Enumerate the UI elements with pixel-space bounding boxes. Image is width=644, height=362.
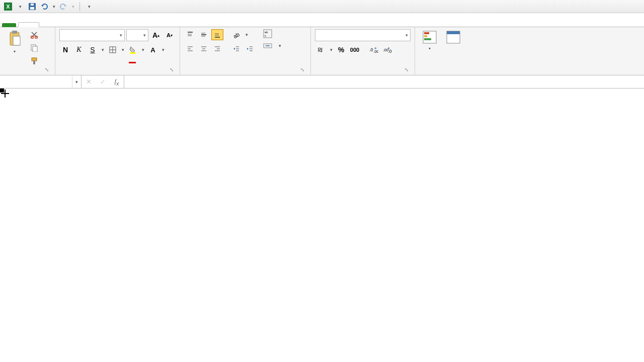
title-bar: X ▾ ▾ ▾ ▾ <box>0 0 644 13</box>
group-styles: ▾ <box>415 27 496 75</box>
tab-formulas[interactable] <box>79 23 100 27</box>
conditional-format-button[interactable]: ▾ <box>419 29 440 52</box>
group-alignment: ab ▾ abc <box>180 27 311 75</box>
align-bottom-icon[interactable] <box>211 29 223 40</box>
increase-decimal-icon[interactable]: .0.00 <box>368 44 380 55</box>
group-font: ▾ ▾ A▴ A▾ N K S ▾ ▾ ▾ A ▾ ⤡ <box>55 27 180 75</box>
formula-bar-buttons: ✕ ✓ fx <box>82 75 124 88</box>
bold-icon[interactable]: N <box>59 44 71 55</box>
borders-icon[interactable] <box>107 44 119 55</box>
number-launcher-icon[interactable]: ⤡ <box>404 67 410 73</box>
customize-qat-icon[interactable]: ▾ <box>84 2 94 12</box>
fill-color-dropdown-icon[interactable]: ▾ <box>140 47 145 52</box>
svg-rect-11 <box>33 46 37 52</box>
svg-text:ab: ab <box>233 31 240 38</box>
decrease-indent-icon[interactable] <box>230 43 243 54</box>
name-box-dropdown-icon[interactable]: ▾ <box>72 75 81 88</box>
align-middle-icon[interactable] <box>198 29 210 40</box>
tab-review[interactable] <box>120 23 140 27</box>
underline-dropdown-icon[interactable]: ▾ <box>100 47 105 52</box>
fx-icon[interactable]: fx <box>110 75 124 88</box>
font-color-icon[interactable]: A <box>147 44 159 55</box>
group-clipboard-label: ⤡ <box>4 73 51 74</box>
font-color-dropdown-icon[interactable]: ▾ <box>160 47 166 52</box>
format-as-table-button[interactable] <box>443 29 463 46</box>
excel-logo-icon: X <box>3 2 13 12</box>
svg-text:c: c <box>265 34 266 37</box>
percent-icon[interactable]: % <box>335 44 347 55</box>
svg-rect-17 <box>130 52 136 54</box>
svg-rect-54 <box>424 35 427 37</box>
group-styles-label <box>419 73 492 74</box>
italic-icon[interactable]: K <box>73 44 85 55</box>
svg-rect-7 <box>13 36 20 45</box>
separator <box>79 2 80 11</box>
svg-rect-12 <box>32 58 37 61</box>
copy-icon[interactable] <box>28 42 40 53</box>
selection-border <box>0 88 3 92</box>
svg-rect-57 <box>447 31 460 34</box>
tab-data[interactable] <box>100 23 120 27</box>
fill-color-icon[interactable] <box>127 44 139 55</box>
name-box-input[interactable] <box>0 78 72 85</box>
shrink-font-icon[interactable]: A▾ <box>164 30 176 41</box>
formula-input[interactable] <box>124 75 644 88</box>
svg-rect-13 <box>33 61 35 64</box>
svg-rect-6 <box>12 31 17 34</box>
formula-bar: ▾ ✕ ✓ fx <box>0 75 644 88</box>
svg-text:.00: .00 <box>373 49 378 53</box>
clipboard-launcher-icon[interactable]: ⤡ <box>44 67 50 73</box>
orientation-dropdown-icon[interactable]: ▾ <box>244 32 249 37</box>
accounting-dropdown-icon[interactable]: ▾ <box>329 47 334 52</box>
font-launcher-icon[interactable]: ⤡ <box>169 67 175 73</box>
tab-insert[interactable] <box>39 23 59 27</box>
font-size-combo[interactable]: ▾ <box>126 29 148 41</box>
align-top-icon[interactable] <box>184 29 196 40</box>
alignment-launcher-icon[interactable]: ⤡ <box>299 67 305 73</box>
svg-rect-55 <box>424 38 431 40</box>
comma-style-icon[interactable]: 000 <box>349 44 361 55</box>
paste-button[interactable]: ▾ <box>4 29 25 55</box>
enter-formula-icon[interactable]: ✓ <box>96 75 110 88</box>
name-box[interactable]: ▾ <box>0 75 82 88</box>
undo-dropdown-icon[interactable]: ▾ <box>51 4 56 9</box>
qat-dropdown-icon[interactable]: ▾ <box>15 2 25 12</box>
svg-rect-53 <box>424 32 429 34</box>
underline-icon[interactable]: S <box>87 44 99 55</box>
group-alignment-label: ⤡ <box>184 73 306 74</box>
orientation-icon[interactable]: ab <box>230 29 243 40</box>
group-clipboard: ▾ ⤡ <box>0 27 55 75</box>
increase-indent-icon[interactable] <box>244 43 256 54</box>
svg-text:.0: .0 <box>369 47 373 52</box>
save-icon[interactable] <box>27 2 37 12</box>
align-right-icon[interactable] <box>211 43 223 54</box>
cut-icon[interactable] <box>28 29 40 40</box>
decrease-decimal-icon[interactable]: .00.0 <box>381 44 393 55</box>
undo-icon[interactable] <box>39 2 49 12</box>
font-name-combo[interactable]: ▾ <box>59 29 125 41</box>
align-left-icon[interactable] <box>184 43 196 54</box>
grow-font-icon[interactable]: A▴ <box>150 30 162 41</box>
svg-text:₪: ₪ <box>318 47 323 53</box>
svg-text:.0: .0 <box>388 49 392 53</box>
tab-home[interactable] <box>18 22 39 27</box>
wrap-text-button[interactable]: abc <box>263 29 282 38</box>
group-number: ▾ ₪ ▾ % 000 .0.00 .00.0 ⤡ <box>311 27 415 75</box>
tab-page-layout[interactable] <box>59 23 79 27</box>
tab-file[interactable] <box>2 23 16 27</box>
number-format-combo[interactable]: ▾ <box>315 29 411 41</box>
fill-handle[interactable] <box>0 88 4 93</box>
align-center-icon[interactable] <box>198 43 210 54</box>
redo-dropdown-icon[interactable]: ▾ <box>70 4 75 9</box>
cancel-formula-icon[interactable]: ✕ <box>82 75 96 88</box>
merge-center-button[interactable]: ▾ <box>263 41 282 50</box>
accounting-format-icon[interactable]: ₪ <box>315 44 327 55</box>
merge-dropdown-icon[interactable]: ▾ <box>277 43 282 48</box>
format-painter-icon[interactable] <box>28 55 40 66</box>
svg-rect-4 <box>31 4 34 6</box>
tab-view[interactable] <box>140 23 160 27</box>
redo-icon[interactable] <box>58 2 68 12</box>
quick-access-toolbar: X ▾ ▾ ▾ ▾ <box>0 2 97 12</box>
ribbon: ▾ ⤡ ▾ ▾ A▴ A▾ N K S ▾ ▾ <box>0 27 644 75</box>
borders-dropdown-icon[interactable]: ▾ <box>120 47 125 52</box>
